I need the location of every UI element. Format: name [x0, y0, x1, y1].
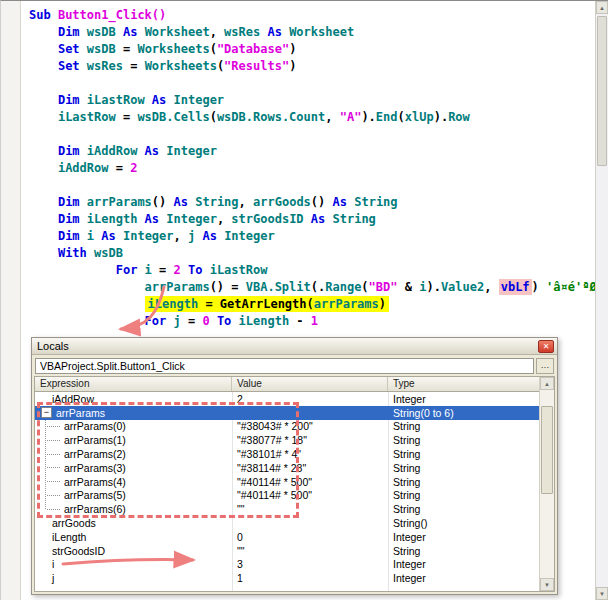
code-margin[interactable] [1, 1, 21, 600]
code-token: As [174, 195, 196, 209]
locals-row[interactable]: arrGoodsString() [35, 516, 539, 530]
locals-row[interactable]: iLength0Integer [35, 530, 539, 544]
locals-row[interactable]: j1Integer [35, 571, 539, 585]
close-button[interactable]: ✕ [538, 340, 554, 353]
code-line[interactable]: Dim iAddRow As Integer [29, 143, 595, 160]
code-token: wsDB.Rows.Count [217, 110, 325, 124]
tree-twig [47, 495, 60, 496]
code-line[interactable]: Dim arrParams() As String, arrGoods() As… [29, 194, 595, 211]
code-line[interactable]: arrParams() = VBA.Split(.Range("BD" & i)… [29, 279, 595, 296]
code-line[interactable]: Dim iLastRow As Integer [29, 92, 595, 109]
locals-row[interactable]: arrParams(5)"#40114# * 500"String [35, 489, 539, 503]
scrollbar-track[interactable] [596, 14, 608, 587]
locals-row[interactable]: i3Integer [35, 558, 539, 572]
code-token: () = [210, 280, 246, 294]
code-token: = [181, 314, 203, 328]
scrollbar-track[interactable] [540, 390, 554, 578]
value-cell[interactable]: "" [232, 545, 388, 557]
locals-titlebar[interactable]: Locals ✕ [32, 338, 557, 355]
code-token: - [289, 314, 311, 328]
code-token: As [116, 25, 145, 39]
expression-label: arrParams(0) [64, 420, 126, 432]
code-token: ). [361, 110, 375, 124]
scroll-down-button[interactable]: ▼ [540, 578, 554, 591]
scrollbar-thumb[interactable] [541, 406, 553, 494]
code-line[interactable]: Set wsDB = Worksheets("Database") [29, 41, 595, 58]
value-cell[interactable]: "" [232, 503, 388, 515]
code-token: arrGoods [253, 195, 311, 209]
code-line[interactable]: With wsDB [29, 245, 595, 262]
code-token: Dim [58, 93, 87, 107]
context-field[interactable]: VBAProject.Split.Button1_Click [35, 358, 534, 374]
code-token: Sub [29, 8, 58, 22]
value-cell[interactable]: "#40114# * 500" [232, 489, 388, 501]
code-line[interactable]: iLength = GetArrLength(arrParams) [29, 296, 595, 313]
code-token: With [58, 246, 94, 260]
code-token: , [484, 280, 498, 294]
scroll-up-button[interactable]: ▲ [540, 377, 554, 390]
code-vertical-scrollbar[interactable]: ▲ ▼ [595, 1, 608, 600]
code-token: iLength [87, 212, 138, 226]
code-line[interactable]: iLastRow = wsDB.Cells(wsDB.Rows.Count, "… [29, 109, 595, 126]
value-cell[interactable]: 2 [232, 393, 388, 405]
tree-twig [47, 454, 60, 455]
value-cell[interactable]: "#38043# * 200" [232, 420, 388, 432]
ellipsis-button[interactable]: … [536, 358, 554, 374]
value-cell[interactable]: 1 [232, 572, 388, 584]
down-arrow-icon: ▼ [544, 582, 550, 588]
code-token: Integer [123, 229, 174, 243]
code-line[interactable]: For j = 0 To iLength - 1 [29, 313, 595, 330]
code-token: As [195, 229, 224, 243]
code-line[interactable] [29, 75, 595, 92]
code-token: "Database" [217, 42, 289, 56]
scrollbar-thumb[interactable] [597, 16, 607, 166]
locals-row[interactable]: arrParams(2)"#38101# * 4"String [35, 447, 539, 461]
code-token: iAddRow [58, 161, 109, 175]
code-line[interactable]: For i = 2 To iLastRow [29, 262, 595, 279]
code-token: j [174, 314, 181, 328]
scroll-down-button[interactable]: ▼ [596, 587, 608, 600]
code-token: Row [448, 110, 470, 124]
locals-row[interactable]: −arrParamsString(0 to 6) [35, 406, 539, 420]
column-header-value[interactable]: Value [232, 377, 388, 391]
scroll-up-button[interactable]: ▲ [596, 1, 608, 14]
code-token: Button1_Click() [58, 8, 166, 22]
value-cell[interactable]: 3 [232, 558, 388, 570]
column-header-expression[interactable]: Expression [35, 377, 232, 391]
code-line[interactable]: Set wsRes = Worksheets("Results") [29, 58, 595, 75]
code-token: Worksheets [137, 42, 209, 56]
locals-window: Locals ✕ VBAProject.Split.Button1_Click … [31, 337, 558, 595]
column-header-type[interactable]: Type [388, 377, 539, 391]
code-token: = [116, 110, 138, 124]
value-cell[interactable]: "#38101# * 4" [232, 448, 388, 460]
locals-body: iAddRow2Integer−arrParamsString(0 to 6)a… [35, 392, 539, 591]
collapse-icon[interactable]: − [41, 407, 52, 418]
expression-label: iAddRow [52, 393, 94, 405]
locals-row[interactable]: arrParams(3)"#38114# * 28"String [35, 461, 539, 475]
value-cell[interactable]: 0 [232, 531, 388, 543]
value-cell[interactable]: "#38114# * 28" [232, 462, 388, 474]
expression-label: arrGoods [52, 517, 96, 529]
value-cell[interactable]: "#40114# * 500" [232, 476, 388, 488]
locals-scrollbar[interactable]: ▲ ▼ [539, 377, 554, 591]
code-line[interactable]: Sub Button1_Click() [29, 7, 595, 24]
locals-row[interactable]: arrParams(1)"#38077# * 18"String [35, 433, 539, 447]
code-line[interactable]: Dim wsDB As Worksheet, wsRes As Workshee… [29, 24, 595, 41]
code-line[interactable] [29, 126, 595, 143]
code-token: , [210, 25, 224, 39]
code-token: = [152, 263, 174, 277]
code-token: wsDB.Cells [137, 110, 209, 124]
value-cell[interactable]: "#38077# * 18" [232, 434, 388, 446]
code-line[interactable]: iAddRow = 2 [29, 160, 595, 177]
locals-row[interactable]: iAddRow2Integer [35, 392, 539, 406]
locals-row[interactable]: arrParams(0)"#38043# * 200"String [35, 420, 539, 434]
code-token: wsDB [87, 42, 116, 56]
code-line[interactable]: Dim i As Integer, j As Integer [29, 228, 595, 245]
code-token: = [116, 42, 138, 56]
locals-row[interactable]: arrParams(4)"#40114# * 500"String [35, 475, 539, 489]
code-line[interactable]: Dim iLength As Integer, strGoodsID As St… [29, 211, 595, 228]
code-line[interactable] [29, 177, 595, 194]
locals-row[interactable]: arrParams(6)""String [35, 502, 539, 516]
code-token: xlUp [405, 110, 434, 124]
locals-row[interactable]: strGoodsID""String [35, 544, 539, 558]
